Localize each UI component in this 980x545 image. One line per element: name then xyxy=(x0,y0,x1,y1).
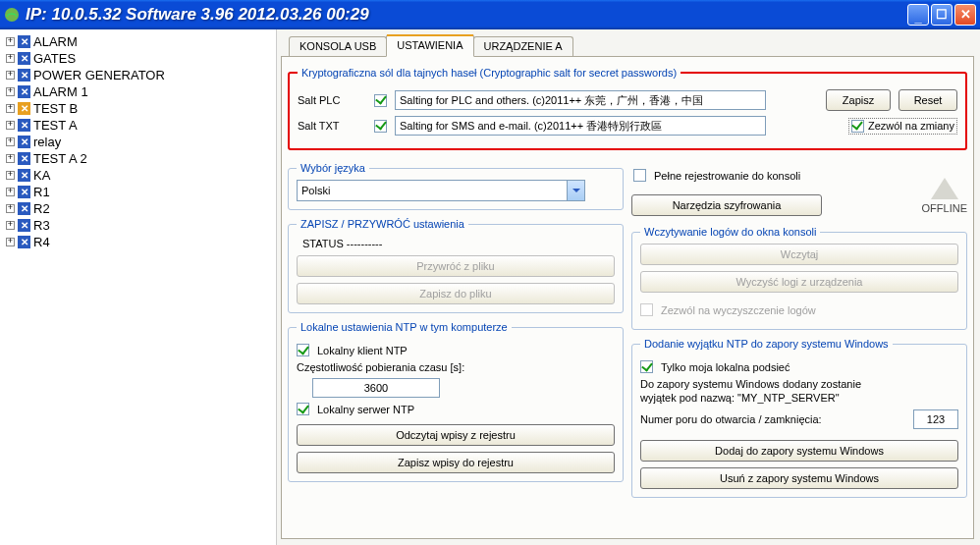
ntp-port-label: Numer poru do otwarcia / zamknięcia: xyxy=(640,413,822,425)
load-logs-button[interactable]: Wczytaj xyxy=(640,244,958,265)
full-logging-checkbox[interactable] xyxy=(633,169,646,182)
allow-clear-label: Zezwól na wyczyszczenie logów xyxy=(661,304,816,316)
reset-button[interactable]: Reset xyxy=(898,89,957,111)
expand-icon[interactable] xyxy=(6,188,15,196)
salt-plc-input[interactable] xyxy=(395,90,766,110)
settings-panel: Kryptograficzna sól dla tajnych haseł (C… xyxy=(281,56,974,539)
expand-icon[interactable] xyxy=(6,221,15,230)
ntp-fw-desc1: Do zapory systemu Windows dodany zostani… xyxy=(640,378,958,390)
expand-icon[interactable] xyxy=(6,37,15,46)
tree-item-label: R1 xyxy=(33,185,50,199)
add-firewall-button[interactable]: Dodaj do zapory systemu Windows xyxy=(640,440,958,462)
window-title: IP: 10.0.5.32 Software 3.96 2012.03.26 0… xyxy=(26,5,907,25)
crypto-legend: Kryptograficzna sól dla tajnych haseł (C… xyxy=(298,67,681,79)
expand-icon[interactable] xyxy=(6,238,15,246)
expand-icon[interactable] xyxy=(6,171,15,180)
tree-item-label: TEST B xyxy=(33,101,78,116)
tree-item[interactable]: ✕POWER GENERATOR xyxy=(2,67,274,83)
tree-item[interactable]: ✕relay xyxy=(2,134,274,150)
expand-icon[interactable] xyxy=(6,137,15,146)
save-button[interactable]: Zapisz xyxy=(826,89,891,111)
tree-item[interactable]: ✕KA xyxy=(2,167,274,184)
logs-legend: Wczytywanie logów do okna konsoli xyxy=(640,226,820,238)
node-icon: ✕ xyxy=(18,69,30,82)
offline-label: OFFLINE xyxy=(922,202,967,214)
node-icon: ✕ xyxy=(18,186,30,198)
ntp-server-label: Lokalny serwer NTP xyxy=(317,404,414,415)
expand-icon[interactable] xyxy=(6,54,15,63)
expand-icon[interactable] xyxy=(6,121,15,130)
salt-txt-input[interactable] xyxy=(395,116,766,136)
tree-item-label: POWER GENERATOR xyxy=(33,68,165,82)
tree-item[interactable]: ✕TEST A 2 xyxy=(2,150,274,167)
node-icon: ✕ xyxy=(18,152,30,165)
tab-konsola-usb[interactable]: KONSOLA USB xyxy=(289,36,387,56)
ntp-local-legend: Lokalne ustawienia NTP w tym komputerze xyxy=(297,321,512,333)
ntp-server-checkbox[interactable] xyxy=(297,403,309,415)
tree-item-label: KA xyxy=(33,168,50,183)
ntp-port-input[interactable] xyxy=(913,409,958,429)
tree-item-label: TEST A 2 xyxy=(33,151,87,166)
tree-item[interactable]: ✕R4 xyxy=(2,234,274,250)
allow-changes-checkbox[interactable] xyxy=(851,120,864,133)
tab-urzadzenie-a[interactable]: URZĄDZENIE A xyxy=(473,36,573,56)
chevron-down-icon xyxy=(567,181,584,200)
restore-from-file-button[interactable]: Przywróć z pliku xyxy=(297,255,615,277)
maximize-button[interactable]: ☐ xyxy=(931,4,953,26)
node-icon: ✕ xyxy=(18,52,30,65)
language-select[interactable]: Polski xyxy=(297,180,585,201)
expand-icon[interactable] xyxy=(6,204,15,213)
salt-plc-checkbox[interactable] xyxy=(374,94,387,107)
clear-logs-button[interactable]: Wyczyść logi z urządzenia xyxy=(640,271,958,293)
ntp-fw-desc2: wyjątek pod nazwą: "MY_NTP_SERVER" xyxy=(640,392,958,404)
save-restore-group: ZAPISZ / PRZYWRÓĆ ustawienia STATUS ----… xyxy=(288,218,624,313)
logs-group: Wczytywanie logów do okna konsoli Wczyta… xyxy=(631,226,967,330)
tree-item[interactable]: ✕TEST B xyxy=(2,100,274,117)
tree-item[interactable]: ✕ALARM xyxy=(2,33,274,50)
expand-icon[interactable] xyxy=(6,104,15,113)
ntp-firewall-group: Dodanie wyjątku NTP do zapory systemu Wi… xyxy=(631,338,967,498)
tab-ustawienia[interactable]: USTAWIENIA xyxy=(386,34,473,57)
node-icon: ✕ xyxy=(18,102,30,115)
language-group: Wybór języka Polski xyxy=(288,162,624,210)
only-local-subnet-checkbox[interactable] xyxy=(640,360,653,373)
device-tree[interactable]: ✕ALARM✕GATES✕POWER GENERATOR✕ALARM 1✕TES… xyxy=(0,29,277,545)
tree-item-label: TEST A xyxy=(33,118,78,133)
expand-icon[interactable] xyxy=(6,87,15,96)
salt-txt-label: Salt TXT xyxy=(298,120,366,132)
salt-txt-checkbox[interactable] xyxy=(374,120,387,133)
ntp-fw-legend: Dodanie wyjątku NTP do zapory systemu Wi… xyxy=(640,338,893,350)
tree-item[interactable]: ✕R2 xyxy=(2,200,274,217)
ntp-freq-input[interactable] xyxy=(312,378,440,398)
ntp-local-group: Lokalne ustawienia NTP w tym komputerze … xyxy=(288,321,624,482)
warning-icon xyxy=(931,164,958,199)
ntp-read-registry-button[interactable]: Odczytaj wpisy z rejestru xyxy=(297,424,615,446)
save-to-file-button[interactable]: Zapisz do pliku xyxy=(297,283,615,304)
encryption-tools-button[interactable]: Narzędzia szyfrowania xyxy=(631,194,822,216)
tree-item-label: relay xyxy=(33,135,61,149)
allow-clear-checkbox[interactable] xyxy=(640,303,653,316)
allow-changes-label: Zezwól na zmiany xyxy=(868,120,954,132)
offline-indicator: OFFLINE xyxy=(922,164,967,214)
node-icon: ✕ xyxy=(18,169,30,182)
tree-item[interactable]: ✕ALARM 1 xyxy=(2,83,274,100)
node-icon: ✕ xyxy=(18,35,30,48)
tree-item[interactable]: ✕GATES xyxy=(2,50,274,67)
status-text: STATUS ---------- xyxy=(302,238,615,249)
remove-firewall-button[interactable]: Usuń z zapory systemu Windows xyxy=(640,467,958,489)
expand-icon[interactable] xyxy=(6,154,15,163)
svg-point-0 xyxy=(5,8,19,22)
ntp-freq-label: Częstotliwość pobierania czasu [s]: xyxy=(297,361,464,373)
app-icon xyxy=(4,7,20,23)
tree-item[interactable]: ✕R3 xyxy=(2,217,274,234)
tree-item[interactable]: ✕TEST A xyxy=(2,117,274,134)
salt-plc-label: Salt PLC xyxy=(298,94,366,106)
ntp-client-checkbox[interactable] xyxy=(297,344,309,356)
only-local-subnet-label: Tylko moja lokalna podsieć xyxy=(661,361,789,373)
expand-icon[interactable] xyxy=(6,71,15,80)
tree-item-label: ALARM xyxy=(33,34,78,49)
close-button[interactable]: ✕ xyxy=(954,4,976,26)
tree-item[interactable]: ✕R1 xyxy=(2,184,274,200)
minimize-button[interactable]: _ xyxy=(907,4,929,26)
ntp-write-registry-button[interactable]: Zapisz wpisy do rejestru xyxy=(297,452,615,473)
